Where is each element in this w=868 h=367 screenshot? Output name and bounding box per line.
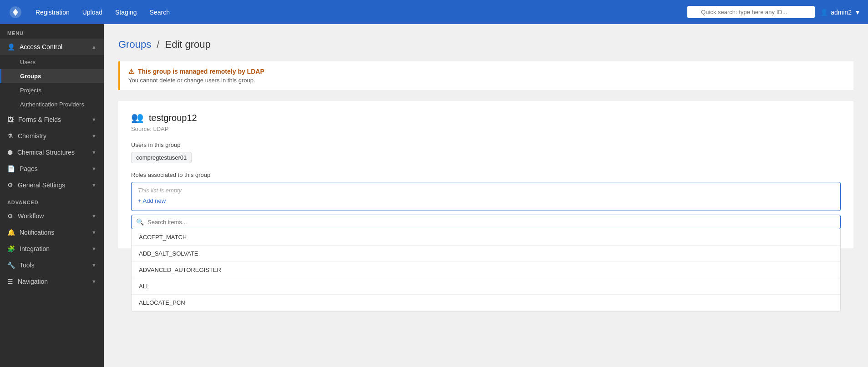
sidebar-sub-item-projects[interactable]: Projects xyxy=(0,83,104,97)
global-search-wrap: 🔍 xyxy=(687,6,815,18)
chevron-down-icon: ▼ xyxy=(91,133,96,139)
chevron-down-icon: ▼ xyxy=(91,182,96,188)
nav-icon: ☰ xyxy=(7,278,13,285)
ldap-alert: ⚠ This group is managed remotely by LDAP… xyxy=(118,61,853,90)
main-content: Groups / Edit group ⚠ This group is mana… xyxy=(104,24,868,367)
alert-title: ⚠ This group is managed remotely by LDAP xyxy=(128,68,845,75)
settings-icon: ⚙ xyxy=(7,181,13,189)
sidebar-item-label: Workflow xyxy=(18,212,44,220)
roles-section: Roles associated to this group This list… xyxy=(131,171,841,229)
users-section: Users in this group compregtestuser01 xyxy=(131,141,841,163)
group-card: 👥 testgroup12 Source: LDAP Users in this… xyxy=(118,101,853,248)
chevron-down-icon: ▼ xyxy=(91,262,96,268)
chevron-down-icon: ▼ xyxy=(91,279,96,284)
dropdown-item-1[interactable]: ADD_SALT_SOLVATE xyxy=(132,246,840,262)
sidebar-sub-item-users[interactable]: Users xyxy=(0,55,104,69)
sidebar-item-label: Tools xyxy=(20,261,35,269)
user-menu[interactable]: 👤 admin2 ▼ xyxy=(820,9,861,16)
chevron-down-icon: ▼ xyxy=(91,246,96,251)
sidebar-item-label: Notifications xyxy=(20,229,54,236)
sidebar: MENU 👤 Access Control ▲ Users Groups Pro… xyxy=(0,24,104,367)
breadcrumb-current: Edit group xyxy=(165,39,211,50)
group-icon: 👥 xyxy=(131,112,143,124)
nav-staging[interactable]: Staging xyxy=(109,0,143,24)
sidebar-sub-item-auth-providers[interactable]: Authentication Providers xyxy=(0,97,104,111)
sidebar-item-label: Access Control xyxy=(20,43,62,50)
top-nav-right: 🔍 👤 admin2 ▼ xyxy=(687,6,861,18)
sidebar-item-tools[interactable]: 🔧 Tools ▼ xyxy=(0,257,104,273)
dropdown-item-2[interactable]: ADVANCED_AUTOREGISTER xyxy=(132,262,840,278)
chevron-down-icon: ▼ xyxy=(854,9,861,16)
sidebar-group-access-control: 👤 Access Control ▲ Users Groups Projects… xyxy=(0,39,104,111)
user-avatar-icon: 👤 xyxy=(820,9,828,16)
chevron-down-icon: ▼ xyxy=(91,213,96,219)
sidebar-item-notifications[interactable]: 🔔 Notifications ▼ xyxy=(0,224,104,241)
workflow-icon: ⚙ xyxy=(7,212,13,220)
group-name: testgroup12 xyxy=(149,113,197,123)
person-icon: 👤 xyxy=(7,43,15,50)
nav-registration[interactable]: Registration xyxy=(29,0,76,24)
breadcrumb-separator: / xyxy=(157,39,159,50)
monitor-icon: 🖼 xyxy=(7,116,14,123)
sidebar-sub-item-groups[interactable]: Groups xyxy=(0,69,104,83)
sidebar-item-label: Chemical Structures xyxy=(17,149,75,156)
chevron-down-icon: ▼ xyxy=(91,166,96,171)
sidebar-item-chemical-structures[interactable]: ⬢ Chemical Structures ▼ xyxy=(0,144,104,161)
username-label: admin2 xyxy=(831,9,852,16)
hexagon-icon: ⬢ xyxy=(7,149,13,156)
puzzle-icon: 🧩 xyxy=(7,245,15,252)
sidebar-item-label: Integration xyxy=(20,245,50,252)
global-search-input[interactable] xyxy=(687,6,815,18)
add-new-button[interactable]: + Add new xyxy=(138,197,834,204)
main-layout: MENU 👤 Access Control ▲ Users Groups Pro… xyxy=(0,24,868,367)
sidebar-item-label: Forms & Fields xyxy=(18,116,61,123)
nav-links: Registration Upload Staging Search xyxy=(29,0,176,24)
sidebar-item-workflow[interactable]: ⚙ Workflow ▼ xyxy=(0,208,104,224)
sidebar-item-chemistry[interactable]: ⚗ Chemistry ▼ xyxy=(0,128,104,144)
users-label: Users in this group xyxy=(131,141,841,148)
chevron-up-icon: ▲ xyxy=(91,44,96,50)
roles-search-input[interactable] xyxy=(147,219,836,226)
search-icon: 🔍 xyxy=(136,218,144,226)
sidebar-item-label: Pages xyxy=(20,165,38,172)
top-navigation: Registration Upload Staging Search 🔍 👤 a… xyxy=(0,0,868,24)
roles-dropdown-list: ACCEPT_MATCH ADD_SALT_SOLVATE ADVANCED_A… xyxy=(131,229,841,312)
svg-point-1 xyxy=(14,11,17,14)
search-dropdown: 🔍 ACCEPT_MATCH ADD_SALT_SOLVATE ADVANCED… xyxy=(131,215,841,229)
pages-icon: 📄 xyxy=(7,165,15,172)
roles-label: Roles associated to this group xyxy=(131,171,841,178)
sidebar-item-label: General Settings xyxy=(18,181,65,189)
group-source: Source: LDAP xyxy=(131,126,841,132)
sidebar-item-general-settings[interactable]: ⚙ General Settings ▼ xyxy=(0,177,104,193)
roles-empty-text: This list is empty xyxy=(138,187,834,194)
nav-upload[interactable]: Upload xyxy=(76,0,109,24)
chevron-down-icon: ▼ xyxy=(91,230,96,235)
sidebar-item-integration[interactable]: 🧩 Integration ▼ xyxy=(0,241,104,257)
sidebar-item-label: Chemistry xyxy=(18,132,46,140)
dropdown-item-3[interactable]: ALL xyxy=(132,278,840,295)
chevron-down-icon: ▼ xyxy=(91,150,96,155)
sidebar-item-pages[interactable]: 📄 Pages ▼ xyxy=(0,161,104,177)
breadcrumb: Groups / Edit group xyxy=(118,39,853,50)
search-input-wrap: 🔍 xyxy=(131,215,841,229)
dropdown-item-4[interactable]: ALLOCATE_PCN xyxy=(132,295,840,311)
dropdown-item-0[interactable]: ACCEPT_MATCH xyxy=(132,229,840,246)
alert-body: You cannot delete or change users in thi… xyxy=(128,77,845,84)
app-logo[interactable] xyxy=(7,4,24,20)
user-tag: compregtestuser01 xyxy=(131,152,192,163)
chevron-down-icon: ▼ xyxy=(91,117,96,122)
sidebar-item-forms-fields[interactable]: 🖼 Forms & Fields ▼ xyxy=(0,111,104,128)
sidebar-item-navigation[interactable]: ☰ Navigation ▼ xyxy=(0,273,104,290)
breadcrumb-parent[interactable]: Groups xyxy=(118,39,151,50)
bell-icon: 🔔 xyxy=(7,229,15,236)
advanced-section-label: ADVANCED xyxy=(0,193,104,208)
sidebar-item-label: Navigation xyxy=(18,278,48,285)
group-name-row: 👥 testgroup12 xyxy=(131,112,841,124)
sidebar-item-access-control[interactable]: 👤 Access Control ▲ xyxy=(0,39,104,55)
nav-search[interactable]: Search xyxy=(143,0,176,24)
roles-box[interactable]: This list is empty + Add new xyxy=(131,182,841,211)
warning-icon: ⚠ xyxy=(128,68,134,75)
menu-section-label: MENU xyxy=(0,24,104,39)
flask-icon: ⚗ xyxy=(7,132,13,140)
wrench-icon: 🔧 xyxy=(7,261,15,269)
